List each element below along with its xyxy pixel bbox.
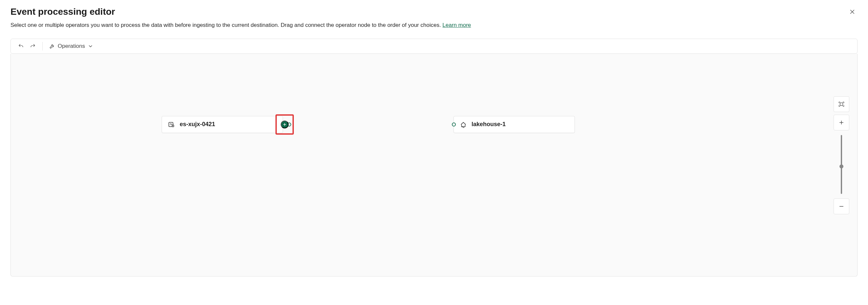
page-title: Event processing editor [10, 6, 115, 17]
undo-icon [18, 43, 24, 49]
destination-node[interactable]: lakehouse-1 [454, 116, 575, 133]
page-subtitle: Select one or multiple operators you wan… [10, 21, 858, 30]
canvas[interactable]: es-xujx-0421 lakehouse-1 [10, 54, 858, 276]
zoom-controls [834, 96, 849, 214]
toolbar: Operations [10, 39, 858, 54]
destination-input-port[interactable] [452, 123, 456, 127]
fit-view-button[interactable] [834, 96, 849, 112]
plus-icon [282, 122, 287, 127]
undo-button[interactable] [16, 41, 27, 51]
minus-icon [838, 203, 845, 210]
zoom-slider-handle[interactable] [839, 165, 843, 168]
toolbar-divider [42, 42, 43, 50]
operations-dropdown[interactable]: Operations [46, 41, 96, 52]
svg-rect-6 [840, 103, 843, 105]
redo-button[interactable] [27, 41, 38, 51]
zoom-out-button[interactable] [834, 199, 849, 214]
learn-more-link[interactable]: Learn more [442, 22, 471, 28]
close-button[interactable] [847, 6, 858, 18]
zoom-slider[interactable] [841, 135, 842, 194]
zoom-in-button[interactable] [834, 115, 849, 130]
source-node-label: es-xujx-0421 [180, 121, 277, 128]
svg-point-3 [172, 125, 174, 127]
lakehouse-icon [460, 121, 467, 128]
add-operator-button[interactable] [281, 121, 288, 128]
close-icon [849, 8, 856, 15]
fit-icon [838, 101, 845, 107]
chevron-down-icon [88, 43, 93, 49]
stream-icon [168, 121, 175, 128]
source-node[interactable]: es-xujx-0421 [162, 116, 283, 133]
destination-node-label: lakehouse-1 [471, 121, 568, 128]
operations-label: Operations [58, 43, 85, 49]
redo-icon [30, 43, 36, 49]
subtitle-text: Select one or multiple operators you wan… [10, 22, 441, 28]
wrench-icon [49, 43, 55, 49]
plus-icon [838, 119, 845, 126]
